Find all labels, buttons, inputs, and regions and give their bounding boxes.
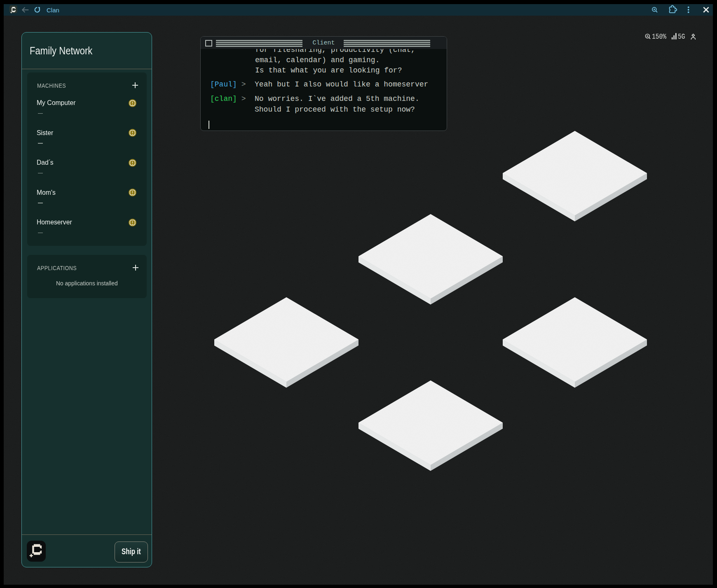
svg-text:Clan: Clan [47, 7, 59, 14]
